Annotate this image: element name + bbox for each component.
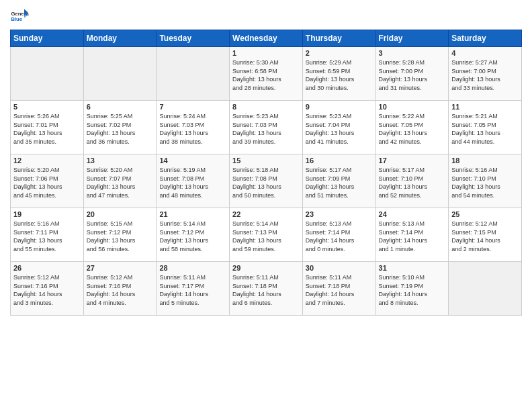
week-row-3: 12Sunrise: 5:20 AM Sunset: 7:06 PM Dayli… xyxy=(11,154,522,208)
svg-text:Blue: Blue xyxy=(11,16,22,22)
day-info: Sunrise: 5:11 AM Sunset: 7:17 PM Dayligh… xyxy=(159,273,226,307)
day-info: Sunrise: 5:22 AM Sunset: 7:05 PM Dayligh… xyxy=(379,112,446,146)
week-row-1: 1Sunrise: 5:30 AM Sunset: 6:58 PM Daylig… xyxy=(11,47,522,101)
day-cell: 22Sunrise: 5:14 AM Sunset: 7:13 PM Dayli… xyxy=(230,208,303,262)
day-info: Sunrise: 5:11 AM Sunset: 7:18 PM Dayligh… xyxy=(306,273,373,307)
day-cell: 15Sunrise: 5:18 AM Sunset: 7:08 PM Dayli… xyxy=(230,154,303,208)
day-info: Sunrise: 5:18 AM Sunset: 7:08 PM Dayligh… xyxy=(232,166,300,199)
day-info: Sunrise: 5:21 AM Sunset: 7:05 PM Dayligh… xyxy=(451,112,519,146)
day-cell: 30Sunrise: 5:11 AM Sunset: 7:18 PM Dayli… xyxy=(302,262,375,316)
day-number: 7 xyxy=(159,103,226,111)
day-info: Sunrise: 5:26 AM Sunset: 7:01 PM Dayligh… xyxy=(13,112,81,146)
day-info: Sunrise: 5:17 AM Sunset: 7:10 PM Dayligh… xyxy=(379,166,446,199)
week-row-5: 26Sunrise: 5:12 AM Sunset: 7:16 PM Dayli… xyxy=(11,262,522,316)
day-cell: 5Sunrise: 5:26 AM Sunset: 7:01 PM Daylig… xyxy=(11,101,84,154)
day-cell: 13Sunrise: 5:20 AM Sunset: 7:07 PM Dayli… xyxy=(83,154,157,208)
day-number: 6 xyxy=(87,103,154,111)
day-info: Sunrise: 5:19 AM Sunset: 7:08 PM Dayligh… xyxy=(159,166,226,199)
day-number: 31 xyxy=(379,264,446,272)
day-number: 28 xyxy=(159,264,226,272)
calendar-table: SundayMondayTuesdayWednesdayThursdayFrid… xyxy=(10,30,522,316)
day-number: 22 xyxy=(232,210,300,218)
day-number: 16 xyxy=(306,156,373,165)
day-info: Sunrise: 5:17 AM Sunset: 7:09 PM Dayligh… xyxy=(306,166,373,199)
day-info: Sunrise: 5:16 AM Sunset: 7:10 PM Dayligh… xyxy=(451,166,519,199)
day-info: Sunrise: 5:23 AM Sunset: 7:03 PM Dayligh… xyxy=(232,112,300,146)
day-info: Sunrise: 5:12 AM Sunset: 7:15 PM Dayligh… xyxy=(451,220,519,253)
day-number: 3 xyxy=(379,49,446,57)
day-cell: 19Sunrise: 5:16 AM Sunset: 7:11 PM Dayli… xyxy=(11,208,84,262)
day-info: Sunrise: 5:25 AM Sunset: 7:02 PM Dayligh… xyxy=(87,112,154,146)
day-info: Sunrise: 5:13 AM Sunset: 7:14 PM Dayligh… xyxy=(306,220,373,253)
col-header-friday: Friday xyxy=(375,30,449,47)
logo: General Blue xyxy=(10,7,29,26)
day-cell xyxy=(157,47,230,101)
day-cell: 4Sunrise: 5:27 AM Sunset: 7:00 PM Daylig… xyxy=(449,47,522,101)
day-number: 23 xyxy=(306,210,373,218)
day-number: 8 xyxy=(232,103,300,111)
col-header-wednesday: Wednesday xyxy=(230,30,303,47)
day-number: 15 xyxy=(232,156,300,165)
day-number: 21 xyxy=(159,210,226,218)
day-cell: 17Sunrise: 5:17 AM Sunset: 7:10 PM Dayli… xyxy=(375,154,449,208)
day-info: Sunrise: 5:12 AM Sunset: 7:16 PM Dayligh… xyxy=(87,273,154,307)
day-number: 10 xyxy=(379,103,446,111)
day-cell: 27Sunrise: 5:12 AM Sunset: 7:16 PM Dayli… xyxy=(83,262,157,316)
day-cell: 31Sunrise: 5:10 AM Sunset: 7:19 PM Dayli… xyxy=(375,262,449,316)
day-info: Sunrise: 5:12 AM Sunset: 7:16 PM Dayligh… xyxy=(13,273,81,307)
day-info: Sunrise: 5:20 AM Sunset: 7:07 PM Dayligh… xyxy=(87,166,154,199)
day-info: Sunrise: 5:10 AM Sunset: 7:19 PM Dayligh… xyxy=(379,273,446,307)
day-number: 25 xyxy=(451,210,519,218)
day-cell: 20Sunrise: 5:15 AM Sunset: 7:12 PM Dayli… xyxy=(83,208,157,262)
day-number: 18 xyxy=(451,156,519,165)
day-info: Sunrise: 5:14 AM Sunset: 7:12 PM Dayligh… xyxy=(159,220,226,253)
day-info: Sunrise: 5:27 AM Sunset: 7:00 PM Dayligh… xyxy=(451,58,519,92)
day-number: 26 xyxy=(13,264,81,272)
day-cell: 12Sunrise: 5:20 AM Sunset: 7:06 PM Dayli… xyxy=(11,154,84,208)
calendar-header: SundayMondayTuesdayWednesdayThursdayFrid… xyxy=(11,30,522,47)
day-number: 29 xyxy=(232,264,300,272)
day-info: Sunrise: 5:30 AM Sunset: 6:58 PM Dayligh… xyxy=(232,58,300,92)
week-row-2: 5Sunrise: 5:26 AM Sunset: 7:01 PM Daylig… xyxy=(11,101,522,154)
day-cell: 28Sunrise: 5:11 AM Sunset: 7:17 PM Dayli… xyxy=(157,262,230,316)
day-number: 13 xyxy=(87,156,154,165)
day-cell: 21Sunrise: 5:14 AM Sunset: 7:12 PM Dayli… xyxy=(157,208,230,262)
day-info: Sunrise: 5:29 AM Sunset: 6:59 PM Dayligh… xyxy=(306,58,373,92)
day-number: 1 xyxy=(232,49,300,57)
day-cell xyxy=(11,47,84,101)
col-header-sunday: Sunday xyxy=(11,30,84,47)
day-cell: 25Sunrise: 5:12 AM Sunset: 7:15 PM Dayli… xyxy=(449,208,522,262)
day-cell: 24Sunrise: 5:13 AM Sunset: 7:14 PM Dayli… xyxy=(375,208,449,262)
day-cell: 2Sunrise: 5:29 AM Sunset: 6:59 PM Daylig… xyxy=(302,47,375,101)
week-row-4: 19Sunrise: 5:16 AM Sunset: 7:11 PM Dayli… xyxy=(11,208,522,262)
day-number: 19 xyxy=(13,210,81,218)
day-info: Sunrise: 5:23 AM Sunset: 7:04 PM Dayligh… xyxy=(306,112,373,146)
day-cell: 14Sunrise: 5:19 AM Sunset: 7:08 PM Dayli… xyxy=(157,154,230,208)
header: General Blue xyxy=(10,7,522,26)
day-cell: 11Sunrise: 5:21 AM Sunset: 7:05 PM Dayli… xyxy=(449,101,522,154)
day-cell: 18Sunrise: 5:16 AM Sunset: 7:10 PM Dayli… xyxy=(449,154,522,208)
day-info: Sunrise: 5:24 AM Sunset: 7:03 PM Dayligh… xyxy=(159,112,226,146)
day-cell: 29Sunrise: 5:11 AM Sunset: 7:18 PM Dayli… xyxy=(230,262,303,316)
day-info: Sunrise: 5:28 AM Sunset: 7:00 PM Dayligh… xyxy=(379,58,446,92)
day-cell: 3Sunrise: 5:28 AM Sunset: 7:00 PM Daylig… xyxy=(375,47,449,101)
day-number: 5 xyxy=(13,103,81,111)
header-row: SundayMondayTuesdayWednesdayThursdayFrid… xyxy=(11,30,522,47)
col-header-saturday: Saturday xyxy=(449,30,522,47)
day-cell xyxy=(83,47,157,101)
day-number: 30 xyxy=(306,264,373,272)
day-cell xyxy=(449,262,522,316)
day-cell: 6Sunrise: 5:25 AM Sunset: 7:02 PM Daylig… xyxy=(83,101,157,154)
day-info: Sunrise: 5:13 AM Sunset: 7:14 PM Dayligh… xyxy=(379,220,446,253)
day-info: Sunrise: 5:20 AM Sunset: 7:06 PM Dayligh… xyxy=(13,166,81,199)
day-number: 11 xyxy=(451,103,519,111)
day-number: 12 xyxy=(13,156,81,165)
day-cell: 1Sunrise: 5:30 AM Sunset: 6:58 PM Daylig… xyxy=(230,47,303,101)
day-number: 9 xyxy=(306,103,373,111)
day-cell: 8Sunrise: 5:23 AM Sunset: 7:03 PM Daylig… xyxy=(230,101,303,154)
day-cell: 23Sunrise: 5:13 AM Sunset: 7:14 PM Dayli… xyxy=(302,208,375,262)
day-cell: 16Sunrise: 5:17 AM Sunset: 7:09 PM Dayli… xyxy=(302,154,375,208)
day-info: Sunrise: 5:16 AM Sunset: 7:11 PM Dayligh… xyxy=(13,220,81,253)
day-cell: 10Sunrise: 5:22 AM Sunset: 7:05 PM Dayli… xyxy=(375,101,449,154)
day-number: 24 xyxy=(379,210,446,218)
